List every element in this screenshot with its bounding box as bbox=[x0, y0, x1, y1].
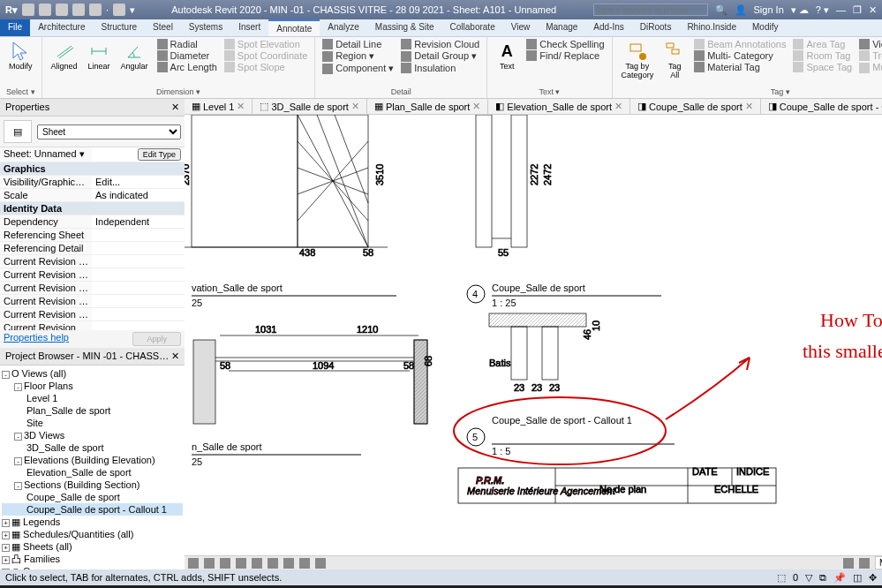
tag-by-category-button[interactable]: Tag by Category bbox=[618, 39, 658, 82]
select-links-icon[interactable]: ⧉ bbox=[819, 572, 826, 584]
qat-save-icon[interactable] bbox=[39, 4, 51, 16]
help-search-input[interactable] bbox=[593, 4, 708, 16]
tree-node[interactable]: +◉ Groups bbox=[2, 565, 183, 569]
view-tab[interactable]: ◨Coupe_Salle de sport✕ bbox=[630, 99, 761, 114]
menu-tab-manage[interactable]: Manage bbox=[538, 19, 585, 36]
prop-row[interactable]: Visibility/Graphics O...Edit... bbox=[0, 176, 185, 189]
component-button[interactable]: Component ▾ bbox=[320, 63, 396, 74]
tree-node[interactable]: Site bbox=[2, 417, 183, 429]
menu-tab-diroots[interactable]: DiRoots bbox=[632, 19, 680, 36]
tree-node[interactable]: -Sections (Building Section) bbox=[2, 479, 183, 491]
menu-tab-architecture[interactable]: Architecture bbox=[30, 19, 93, 36]
text-button[interactable]: AText bbox=[493, 39, 521, 73]
tree-node[interactable]: +▦ Legends bbox=[2, 516, 183, 528]
app-exchange-icon[interactable]: ▾ ☁ bbox=[791, 4, 809, 16]
menu-tab-massingsite[interactable]: Massing & Site bbox=[367, 19, 442, 36]
properties-close-icon[interactable]: ✕ bbox=[171, 102, 179, 113]
crop-region-icon[interactable] bbox=[283, 558, 294, 569]
qat-measure-icon[interactable] bbox=[113, 4, 125, 16]
prop-row[interactable]: Current Revision Issu... bbox=[0, 255, 185, 268]
infocenter-icon[interactable]: 🔍 bbox=[715, 4, 727, 16]
menu-tab-analyze[interactable]: Analyze bbox=[320, 19, 367, 36]
qat-print-icon[interactable] bbox=[89, 4, 102, 16]
menu-tab-collaborate[interactable]: Collaborate bbox=[442, 19, 503, 36]
apply-button[interactable]: Apply bbox=[132, 332, 181, 346]
menu-tab-annotate[interactable]: Annotate bbox=[268, 19, 320, 36]
select-faces-icon[interactable]: ◫ bbox=[853, 572, 862, 584]
find-replace-button[interactable]: Find/ Replace bbox=[524, 50, 606, 61]
scale-icon[interactable] bbox=[188, 558, 199, 569]
aligned-dim-button[interactable]: Aligned bbox=[48, 39, 81, 73]
menu-tab-rhinoinside[interactable]: Rhino.Inside bbox=[679, 19, 744, 36]
text-panel-label[interactable]: Text ▾ bbox=[493, 87, 606, 96]
material-tag-button[interactable]: Material Tag bbox=[692, 62, 788, 72]
properties-help-link[interactable]: Properties help bbox=[4, 332, 69, 346]
detail-line-button[interactable]: Detail Line bbox=[320, 39, 396, 49]
tree-node[interactable]: -O Views (all) bbox=[2, 367, 183, 380]
qat-redo-icon[interactable] bbox=[72, 4, 85, 16]
tree-node[interactable]: Coupe_Salle de sport bbox=[2, 491, 183, 503]
menu-tab-systems[interactable]: Systems bbox=[181, 19, 230, 36]
sun-path-icon[interactable] bbox=[236, 558, 246, 569]
tab-close-icon[interactable]: ✕ bbox=[237, 101, 245, 112]
prop-row[interactable]: Current Revision Issu... bbox=[0, 282, 185, 295]
selection-count-icon[interactable]: ⬚ bbox=[777, 572, 786, 584]
help-icon[interactable]: ? ▾ bbox=[816, 4, 829, 16]
window-close-icon[interactable]: ✕ bbox=[869, 4, 877, 16]
select-panel-label[interactable]: Select ▾ bbox=[5, 87, 36, 96]
qat-open-icon[interactable] bbox=[22, 4, 34, 16]
detail-level-icon[interactable] bbox=[204, 558, 215, 569]
tree-node[interactable]: -Elevations (Building Elevation) bbox=[2, 454, 183, 466]
tree-node[interactable]: +▦ Sheets (all) bbox=[2, 540, 183, 553]
prop-row[interactable]: Referencing Detail bbox=[0, 242, 185, 255]
tree-node[interactable]: Elevation_Salle de sport bbox=[2, 466, 183, 479]
signin-label[interactable]: Sign In bbox=[754, 4, 784, 15]
prop-row[interactable]: Current Revision Date bbox=[0, 295, 185, 308]
instance-filter[interactable]: Sheet: Unnamed ▾Edit Type bbox=[0, 147, 185, 162]
select-pinned-icon[interactable]: 📌 bbox=[833, 572, 846, 584]
tag-panel-label[interactable]: Tag ▾ bbox=[618, 87, 882, 96]
view-tab[interactable]: ◨Coupe_Salle de sport - Callout 1✕ bbox=[761, 99, 882, 114]
prop-row[interactable]: Current Revision bbox=[0, 321, 185, 330]
edit-type-button[interactable]: Edit Type bbox=[138, 148, 181, 161]
tree-node[interactable]: Plan_Salle de sport bbox=[2, 404, 183, 417]
menu-tab-modify[interactable]: Modify bbox=[744, 19, 786, 36]
menu-tab-structure[interactable]: Structure bbox=[93, 19, 145, 36]
qat-undo-icon[interactable] bbox=[56, 4, 68, 16]
angular-dim-button[interactable]: Angular bbox=[117, 39, 152, 73]
region-button[interactable]: Region ▾ bbox=[320, 50, 396, 62]
tab-close-icon[interactable]: ✕ bbox=[351, 101, 359, 112]
project-browser[interactable]: -O Views (all)-Floor PlansLevel 1Plan_Sa… bbox=[0, 366, 185, 569]
reveal-icon[interactable] bbox=[315, 558, 326, 569]
design-option-select[interactable]: Main Model bbox=[875, 556, 882, 569]
prop-row[interactable]: Current Revision Issu... bbox=[0, 268, 185, 282]
prop-row[interactable]: DependencyIndependent bbox=[0, 215, 185, 229]
revision-cloud-button[interactable]: Revision Cloud bbox=[399, 39, 481, 49]
type-selector-thumb[interactable]: ▤ bbox=[4, 120, 32, 143]
lock-icon[interactable] bbox=[299, 558, 310, 569]
modify-button[interactable]: Modify bbox=[5, 39, 36, 73]
detail-group-button[interactable]: Detail Group ▾ bbox=[399, 50, 481, 62]
shadows-icon[interactable] bbox=[252, 558, 262, 569]
linear-dim-button[interactable]: Linear bbox=[85, 39, 114, 73]
prop-row[interactable]: Current Revision Des... bbox=[0, 308, 185, 321]
tree-node[interactable]: +▦ Schedules/Quantities (all) bbox=[2, 528, 183, 540]
tree-node[interactable]: Coupe_Salle de sport - Callout 1 bbox=[2, 503, 183, 516]
insulation-button[interactable]: Insulation bbox=[399, 63, 481, 73]
editing-requests-icon[interactable] bbox=[859, 558, 870, 569]
tab-close-icon[interactable]: ✕ bbox=[745, 101, 753, 112]
drawing-canvas[interactable]: 2370 3510 438 58 2272 2472 55 vation_Sal… bbox=[185, 115, 882, 555]
tree-node[interactable]: -Floor Plans bbox=[2, 380, 183, 392]
menu-tab-steel[interactable]: Steel bbox=[145, 19, 181, 36]
filter-icon[interactable]: ▽ bbox=[805, 572, 812, 584]
tree-node[interactable]: 3D_Salle de sport bbox=[2, 441, 183, 454]
check-spelling-button[interactable]: Check Spelling bbox=[524, 39, 606, 49]
menu-tab-view[interactable]: View bbox=[503, 19, 539, 36]
radial-dim-button[interactable]: Radial bbox=[155, 39, 219, 49]
type-selector[interactable]: Sheet bbox=[37, 124, 181, 139]
menu-tab-addins[interactable]: Add-Ins bbox=[585, 19, 631, 36]
window-minimize-icon[interactable]: — bbox=[836, 4, 846, 15]
view-reference-button[interactable]: View Reference bbox=[857, 39, 882, 49]
arc-length-button[interactable]: Arc Length bbox=[155, 62, 219, 72]
tab-close-icon[interactable]: ✕ bbox=[472, 101, 480, 112]
